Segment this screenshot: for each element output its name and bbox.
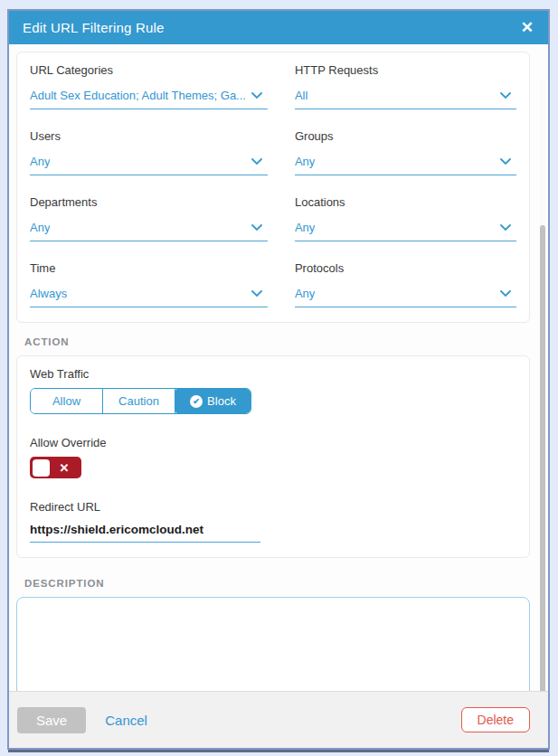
select-value: Any (295, 221, 315, 234)
field-protocols: Protocols Any (295, 261, 516, 307)
http-requests-select[interactable]: All (295, 87, 516, 109)
field-users: Users Any (30, 129, 268, 175)
select-value: Adult Sex Education; Adult Themes; Ga... (30, 89, 246, 102)
chevron-down-icon (251, 153, 262, 169)
select-value: Any (30, 155, 50, 168)
cancel-button[interactable]: Cancel (105, 713, 147, 728)
users-select[interactable]: Any (30, 153, 268, 175)
url-categories-select[interactable]: Adult Sex Education; Adult Themes; Ga... (30, 87, 268, 109)
check-circle-icon: ✔ (190, 395, 203, 408)
action-card: Web Traffic Allow Caution ✔ Block Allow … (16, 355, 530, 558)
rule-conditions-card: URL Categories Adult Sex Education; Adul… (16, 52, 530, 323)
description-textarea[interactable] (16, 597, 530, 691)
field-groups: Groups Any (295, 129, 516, 175)
dialog-title: Edit URL Filtering Rule (23, 20, 165, 35)
delete-button[interactable]: Delete (461, 707, 530, 732)
dialog-footer: Save Cancel Delete (9, 691, 548, 748)
departments-select[interactable]: Any (30, 219, 268, 241)
block-button-label: Block (207, 394, 236, 408)
toggle-knob (33, 459, 50, 477)
save-button[interactable]: Save (17, 707, 86, 733)
scrollbar-thumb[interactable] (540, 225, 545, 691)
chevron-down-icon (500, 219, 511, 235)
field-locations: Locations Any (295, 195, 516, 241)
protocols-select[interactable]: Any (295, 285, 516, 307)
field-label: Groups (295, 129, 516, 143)
field-label: URL Categories (30, 63, 268, 77)
chevron-down-icon (500, 153, 511, 169)
chevron-down-icon (251, 219, 262, 235)
web-traffic-segmented-control: Allow Caution ✔ Block (30, 388, 251, 414)
close-icon[interactable]: ✕ (521, 20, 534, 35)
action-section-label: ACTION (24, 336, 530, 347)
select-value: Always (30, 287, 67, 300)
conditions-grid: URL Categories Adult Sex Education; Adul… (30, 63, 516, 307)
field-url-categories: URL Categories Adult Sex Education; Adul… (30, 63, 268, 109)
dialog-header: Edit URL Filtering Rule ✕ (9, 11, 548, 44)
select-value: Any (30, 221, 50, 234)
web-traffic-label: Web Traffic (30, 367, 516, 381)
edit-url-filtering-rule-dialog: Edit URL Filtering Rule ✕ URL Categories… (7, 9, 550, 750)
field-label: Protocols (295, 261, 516, 275)
field-label: Locations (295, 195, 516, 209)
field-label: Departments (30, 195, 268, 209)
chevron-down-icon (500, 87, 511, 103)
block-button[interactable]: ✔ Block (175, 388, 251, 414)
field-time: Time Always (30, 261, 268, 307)
redirect-url-label: Redirect URL (30, 500, 516, 514)
toggle-off-x-icon: ✕ (50, 462, 79, 474)
allow-override-toggle[interactable]: ✕ (30, 457, 81, 478)
chevron-down-icon (500, 285, 511, 301)
chevron-down-icon (251, 87, 262, 103)
select-value: Any (295, 155, 315, 168)
allow-override-label: Allow Override (30, 436, 516, 449)
field-label: Users (30, 129, 268, 143)
select-value: All (295, 89, 307, 102)
locations-select[interactable]: Any (295, 219, 516, 241)
caution-button[interactable]: Caution (103, 389, 175, 413)
time-select[interactable]: Always (30, 285, 268, 307)
groups-select[interactable]: Any (295, 153, 516, 175)
dialog-body: URL Categories Adult Sex Education; Adul… (9, 44, 548, 691)
field-departments: Departments Any (30, 195, 268, 241)
allow-button[interactable]: Allow (31, 389, 103, 413)
description-section-label: DESCRIPTION (24, 578, 530, 589)
field-label: Time (30, 261, 268, 275)
field-label: HTTP Requests (295, 63, 516, 77)
field-http-requests: HTTP Requests All (295, 63, 516, 109)
chevron-down-icon (251, 285, 262, 301)
select-value: Any (295, 287, 315, 300)
redirect-url-input[interactable] (30, 523, 260, 543)
